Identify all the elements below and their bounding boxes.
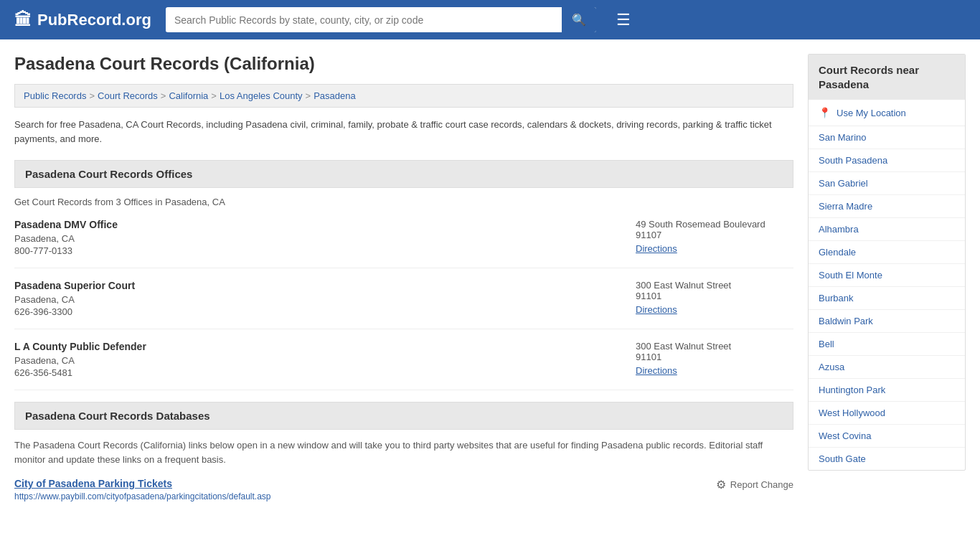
office-info-dmv: Pasadena DMV Office Pasadena, CA 800-777… <box>14 219 118 256</box>
use-my-location-label: Use My Location <box>837 108 906 118</box>
sidebar-item-burbank[interactable]: Burbank <box>809 287 965 310</box>
databases-section-header: Pasadena Court Records Databases <box>14 402 793 430</box>
sidebar-item-san-gabriel[interactable]: San Gabriel <box>809 172 965 195</box>
search-input[interactable] <box>166 9 562 32</box>
sidebar-heading: Court Records near Pasadena <box>809 55 965 100</box>
office-addr1-defender: 300 East Walnut Street <box>636 341 793 352</box>
report-change-label: Report Change <box>730 479 793 490</box>
breadcrumb-california[interactable]: California <box>169 90 208 101</box>
logo-text: PubRecord.org <box>37 11 151 29</box>
breadcrumb-sep-4: > <box>306 90 311 101</box>
office-addr2-superior: 91101 <box>636 291 793 301</box>
building-icon: 🏛 <box>14 10 32 30</box>
office-addr2-dmv: 91107 <box>636 230 793 240</box>
db-link-title[interactable]: City of Pasadena Parking Tickets <box>14 478 271 489</box>
office-directions-defender[interactable]: Directions <box>636 365 677 376</box>
main-content: Pasadena Court Records (California) Publ… <box>14 54 793 501</box>
sidebar-item-bell[interactable]: Bell <box>809 333 965 356</box>
office-city-superior: Pasadena, CA <box>14 294 135 305</box>
breadcrumb-court-records[interactable]: Court Records <box>98 90 158 101</box>
sidebar-item-baldwin-park[interactable]: Baldwin Park <box>809 310 965 333</box>
location-pin-icon: 📍 <box>819 107 831 118</box>
db-link-row: City of Pasadena Parking Tickets https:/… <box>14 478 793 501</box>
sidebar-item-sierra-madre[interactable]: Sierra Madre <box>809 195 965 218</box>
sidebar-item-west-hollywood[interactable]: West Hollywood <box>809 402 965 425</box>
report-change-button[interactable]: ⚙ Report Change <box>716 478 793 491</box>
breadcrumb-sep-3: > <box>211 90 217 101</box>
sidebar: Court Records near Pasadena 📍 Use My Loc… <box>808 54 966 501</box>
breadcrumb-sep-1: > <box>89 90 95 101</box>
office-listing-superior: Pasadena Superior Court Pasadena, CA 626… <box>14 280 793 329</box>
sidebar-item-glendale[interactable]: Glendale <box>809 241 965 264</box>
page-container: Pasadena Court Records (California) Publ… <box>0 39 980 516</box>
search-bar: 🔍 <box>166 7 596 32</box>
office-addr1-dmv: 49 South Rosemead Boulevard <box>636 219 793 230</box>
sidebar-item-west-covina[interactable]: West Covina <box>809 425 965 448</box>
office-name-dmv: Pasadena DMV Office <box>14 219 118 230</box>
sidebar-item-huntington-park[interactable]: Huntington Park <box>809 379 965 402</box>
hamburger-menu-button[interactable]: ☰ <box>616 12 631 28</box>
breadcrumb-public-records[interactable]: Public Records <box>24 90 86 101</box>
site-logo[interactable]: 🏛 PubRecord.org <box>14 10 151 30</box>
sidebar-item-south-pasadena[interactable]: South Pasadena <box>809 149 965 172</box>
office-addr2-defender: 91101 <box>636 352 793 362</box>
sidebar-item-azusa[interactable]: Azusa <box>809 356 965 379</box>
sidebar-item-south-gate[interactable]: South Gate <box>809 448 965 470</box>
office-address-defender: 300 East Walnut Street 91101 Directions <box>636 341 793 376</box>
office-name-defender: L A County Public Defender <box>14 341 146 352</box>
breadcrumb-pasadena[interactable]: Pasadena <box>314 90 356 101</box>
search-button[interactable]: 🔍 <box>562 7 596 32</box>
offices-subtext: Get Court Records from 3 Offices in Pasa… <box>14 197 793 207</box>
page-title: Pasadena Court Records (California) <box>14 54 793 74</box>
office-phone-dmv: 800-777-0133 <box>14 245 118 256</box>
office-directions-dmv[interactable]: Directions <box>636 243 677 254</box>
breadcrumb-sep-2: > <box>161 90 166 101</box>
office-directions-superior[interactable]: Directions <box>636 304 677 315</box>
office-info-superior: Pasadena Superior Court Pasadena, CA 626… <box>14 280 135 317</box>
breadcrumb: Public Records > Court Records > Califor… <box>14 84 793 108</box>
breadcrumb-los-angeles-county[interactable]: Los Angeles County <box>220 90 303 101</box>
offices-section-header: Pasadena Court Records Offices <box>14 160 793 188</box>
office-phone-superior: 626-396-3300 <box>14 306 135 317</box>
db-link-group: City of Pasadena Parking Tickets https:/… <box>14 478 271 501</box>
office-address-superior: 300 East Walnut Street 91101 Directions <box>636 280 793 315</box>
office-phone-defender: 626-356-5481 <box>14 367 146 378</box>
databases-description: The Pasadena Court Records (California) … <box>14 438 793 466</box>
office-address-dmv: 49 South Rosemead Boulevard 91107 Direct… <box>636 219 793 254</box>
site-header: 🏛 PubRecord.org 🔍 ☰ <box>0 0 980 39</box>
sidebar-item-south-el-monte[interactable]: South El Monte <box>809 264 965 287</box>
use-my-location-item[interactable]: 📍 Use My Location <box>809 100 965 126</box>
office-listing-defender: L A County Public Defender Pasadena, CA … <box>14 341 793 390</box>
office-info-defender: L A County Public Defender Pasadena, CA … <box>14 341 146 378</box>
db-link-url: https://www.paybill.com/cityofpasadena/p… <box>14 491 271 501</box>
page-description: Search for free Pasadena, CA Court Recor… <box>14 118 793 146</box>
office-city-dmv: Pasadena, CA <box>14 233 118 244</box>
sidebar-box: Court Records near Pasadena 📍 Use My Loc… <box>808 54 966 471</box>
office-city-defender: Pasadena, CA <box>14 355 146 366</box>
office-addr1-superior: 300 East Walnut Street <box>636 280 793 291</box>
sidebar-item-alhambra[interactable]: Alhambra <box>809 218 965 241</box>
office-name-superior: Pasadena Superior Court <box>14 280 135 291</box>
sidebar-item-san-marino[interactable]: San Marino <box>809 126 965 149</box>
report-change-icon: ⚙ <box>716 478 726 491</box>
office-listing-dmv: Pasadena DMV Office Pasadena, CA 800-777… <box>14 219 793 268</box>
